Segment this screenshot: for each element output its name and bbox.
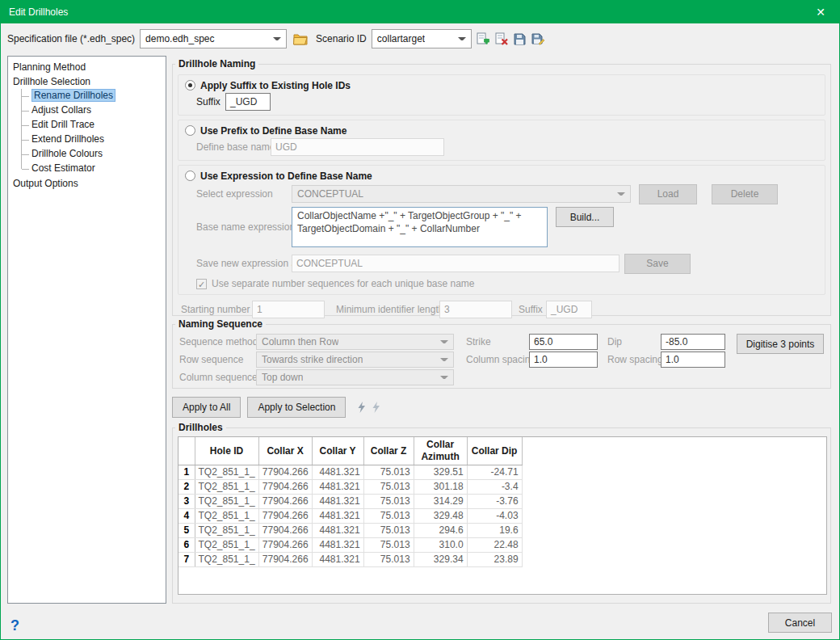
cell-hole-id: TQ2_851_1_ xyxy=(195,494,258,508)
cell-hole-id: TQ2_851_1_ xyxy=(195,523,258,537)
cell-collar-y: 4481.321 xyxy=(312,508,363,523)
cell-collar-y: 4481.321 xyxy=(312,537,363,552)
close-icon: ✕ xyxy=(816,6,825,19)
close-button[interactable]: ✕ xyxy=(810,2,831,22)
row-number: 6 xyxy=(178,537,195,552)
tree-item-drillhole-colours[interactable]: Drillhole Colours xyxy=(19,147,164,162)
apply-to-selection-button[interactable]: Apply to Selection xyxy=(247,397,346,418)
cell-collar-azimuth: 294.6 xyxy=(414,523,467,537)
cell-collar-dip: 23.89 xyxy=(467,552,522,566)
tree-item-drillhole-selection[interactable]: Drillhole Selection xyxy=(10,74,164,89)
folder-icon xyxy=(293,33,308,45)
scenario-value: collartarget xyxy=(377,33,425,44)
row-number: 5 xyxy=(178,523,195,537)
table-row[interactable]: 4 TQ2_851_1_ 77904.266 4481.321 75.013 3… xyxy=(178,508,522,523)
add-scenario-icon xyxy=(477,32,489,45)
add-scenario-button[interactable] xyxy=(476,32,490,46)
cell-collar-z: 75.013 xyxy=(363,523,414,537)
build-button[interactable]: Build... xyxy=(556,207,614,227)
edit-drillholes-dialog: Edit Drillholes ✕ Specification file (*.… xyxy=(0,0,840,640)
delete-scenario-button[interactable] xyxy=(494,32,509,46)
starting-number-value: 1 xyxy=(257,304,262,315)
tree-item-label: Output Options xyxy=(13,178,78,189)
tree-item-output-options[interactable]: Output Options xyxy=(10,176,164,191)
col-header-collar-x[interactable]: Collar X xyxy=(258,437,312,465)
suffix-input[interactable]: _UGD xyxy=(225,93,271,111)
apply-to-all-button[interactable]: Apply to All xyxy=(172,397,241,418)
tree-item-extend-drillholes[interactable]: Extend Drillholes xyxy=(19,133,164,147)
col-header-collar-z[interactable]: Collar Z xyxy=(363,437,414,465)
col-header-collar-dip[interactable]: Collar Dip xyxy=(467,437,522,465)
tree-item-label: Planning Method xyxy=(13,61,86,73)
open-folder-button[interactable] xyxy=(292,32,309,47)
column-spacing-input[interactable]: 1.0 xyxy=(529,352,598,368)
cell-collar-y: 4481.321 xyxy=(312,552,363,566)
dip-value: -85.0 xyxy=(666,336,687,347)
table-row[interactable]: 7 TQ2_851_1_ 77904.266 4481.321 75.013 3… xyxy=(178,552,522,566)
table-row[interactable]: 6 TQ2_851_1_ 77904.266 4481.321 75.013 3… xyxy=(178,537,522,552)
save-scenario-button[interactable] xyxy=(513,32,527,46)
row-number: 7 xyxy=(178,552,195,566)
cell-collar-y: 4481.321 xyxy=(312,494,363,508)
tree-item-label: Edit Drill Trace xyxy=(32,119,94,130)
tree-item-adjust-collars[interactable]: Adjust Collars xyxy=(19,103,164,118)
scenario-combo[interactable]: collartarget xyxy=(372,29,472,48)
group-title: Drillholes xyxy=(175,422,226,433)
row-number: 4 xyxy=(178,508,195,523)
row-number-header xyxy=(178,437,195,465)
save-as-icon xyxy=(531,33,544,45)
table-row[interactable]: 1 TQ2_851_1_ 77904.266 4481.321 75.013 3… xyxy=(178,465,522,479)
cell-collar-dip: -3.76 xyxy=(467,494,522,508)
row-spacing-input[interactable]: 1.0 xyxy=(661,352,725,368)
table-row[interactable]: 3 TQ2_851_1_ 77904.266 4481.321 75.013 3… xyxy=(178,494,522,508)
number-settings-row: Starting number 1 Minimum identifier len… xyxy=(181,300,825,319)
strike-input[interactable]: 65.0 xyxy=(529,334,598,350)
lightning-icon[interactable] xyxy=(357,402,366,413)
help-button[interactable]: ? xyxy=(10,617,19,634)
col-header-hole-id[interactable]: Hole ID xyxy=(195,437,258,465)
col-header-collar-azimuth[interactable]: Collar Azimuth xyxy=(414,437,467,465)
col-header-collar-y[interactable]: Collar Y xyxy=(312,437,363,465)
strike-label: Strike xyxy=(466,336,529,347)
group-title: Drillhole Naming xyxy=(175,58,258,69)
table-row[interactable]: 2 TQ2_851_1_ 77904.266 4481.321 75.013 3… xyxy=(178,479,522,494)
load-button: Load xyxy=(639,184,697,204)
cancel-button[interactable]: Cancel xyxy=(768,613,832,633)
group-title: Naming Sequence xyxy=(175,318,266,330)
spec-file-combo[interactable]: demo.edh_spec xyxy=(140,29,287,48)
expression-textarea[interactable]: CollarObjectName +"_" + TargetObjectGrou… xyxy=(292,207,548,247)
radio-use-prefix[interactable] xyxy=(185,125,195,136)
cell-hole-id: TQ2_851_1_ xyxy=(195,537,258,552)
save-scenario-as-button[interactable] xyxy=(531,32,545,46)
radio-use-expression-label: Use Expression to Define Base Name xyxy=(200,171,372,182)
tree-item-planning-method[interactable]: Planning Method xyxy=(10,60,164,74)
cell-hole-id: TQ2_851_1_ xyxy=(195,508,258,523)
save-button: Save xyxy=(624,254,691,274)
option-use-prefix: Use Prefix to Define Base Name Define ba… xyxy=(178,120,825,161)
radio-apply-suffix[interactable] xyxy=(185,80,195,91)
table-row[interactable]: 5 TQ2_851_1_ 77904.266 4481.321 75.013 2… xyxy=(178,523,522,537)
group-drillholes: Drillholes Hole ID Collar X Collar Y Col… xyxy=(172,427,831,604)
lightning-icon[interactable] xyxy=(372,402,380,413)
cell-collar-x: 77904.266 xyxy=(258,479,312,494)
delete-scenario-icon xyxy=(495,32,508,45)
select-expression-label: Select expression xyxy=(196,188,292,200)
cell-collar-x: 77904.266 xyxy=(258,552,312,566)
row-sequence-value: Towards strike direction xyxy=(262,354,363,365)
cell-collar-x: 77904.266 xyxy=(258,494,312,508)
row-number: 2 xyxy=(178,479,195,494)
radio-use-expression[interactable] xyxy=(185,171,195,181)
digitise-3-points-button[interactable]: Digitise 3 points xyxy=(737,334,824,354)
dip-input[interactable]: -85.0 xyxy=(661,334,725,350)
chevron-down-icon xyxy=(440,358,448,364)
chevron-down-icon xyxy=(617,192,625,199)
tree-item-cost-estimator[interactable]: Cost Estimator xyxy=(19,162,164,176)
tree-item-edit-drill-trace[interactable]: Edit Drill Trace xyxy=(19,118,164,133)
apply-flash-icons xyxy=(357,402,380,413)
tree-item-label: Adjust Collars xyxy=(32,104,91,116)
sequence-method-label: Sequence method xyxy=(179,336,256,347)
cell-collar-dip: 19.6 xyxy=(467,523,522,537)
save-as-input: CONCEPTUAL xyxy=(292,255,620,272)
cell-collar-azimuth: 314.29 xyxy=(414,494,467,508)
tree-item-rename-drillholes[interactable]: Rename Drillholes xyxy=(19,89,164,103)
